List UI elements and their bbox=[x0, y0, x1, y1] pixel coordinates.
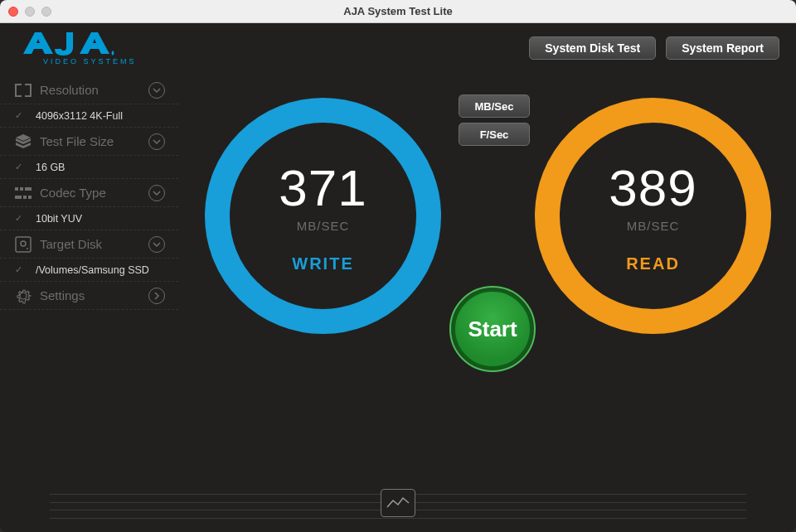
sidebar-value-filesize: ✓16 GB bbox=[0, 156, 178, 179]
start-label: Start bbox=[468, 317, 517, 342]
write-value: 371 bbox=[279, 158, 366, 217]
sidebar: Resolution ✓4096x3112 4K-Full Test File … bbox=[0, 73, 178, 474]
sidebar-item-codec[interactable]: Codec Type bbox=[0, 179, 178, 207]
graph-icon bbox=[386, 496, 410, 510]
sidebar-value-disk: ✓/Volumes/Samsung SSD bbox=[0, 259, 178, 282]
svg-rect-6 bbox=[16, 237, 31, 252]
sidebar-label: Test File Size bbox=[40, 134, 114, 148]
gear-icon bbox=[15, 288, 32, 304]
read-value: 389 bbox=[609, 158, 696, 217]
aja-logo-icon bbox=[17, 31, 141, 59]
sidebar-label: Target Disk bbox=[40, 237, 102, 251]
system-report-button[interactable]: System Report bbox=[666, 36, 779, 60]
svg-point-7 bbox=[21, 241, 26, 246]
svg-rect-5 bbox=[28, 196, 32, 199]
sidebar-label: Settings bbox=[40, 288, 85, 302]
system-disk-test-button[interactable]: System Disk Test bbox=[529, 36, 656, 60]
stack-icon bbox=[15, 133, 32, 150]
read-unit: MB/SEC bbox=[627, 219, 680, 233]
app-window: AJA System Test Lite VIDEO SYSTEMS Syste… bbox=[0, 0, 796, 532]
sidebar-item-disk[interactable]: Target Disk bbox=[0, 230, 178, 259]
check-icon: ✓ bbox=[15, 162, 22, 172]
chevron-right-icon bbox=[148, 288, 165, 304]
chevron-down-icon bbox=[148, 236, 165, 253]
top-buttons: System Disk Test System Report bbox=[529, 36, 779, 60]
sidebar-value-codec: ✓10bit YUV bbox=[0, 207, 178, 230]
aja-logo: VIDEO SYSTEMS bbox=[17, 31, 141, 65]
resolution-icon bbox=[15, 82, 32, 99]
start-button[interactable]: Start bbox=[452, 288, 533, 370]
unit-fsec-button[interactable]: F/Sec bbox=[459, 123, 530, 146]
svg-rect-2 bbox=[25, 187, 32, 191]
read-label: READ bbox=[626, 254, 680, 273]
write-unit: MB/SEC bbox=[297, 219, 350, 233]
titlebar: AJA System Test Lite bbox=[0, 0, 796, 23]
write-gauge-center: 371 MB/SEC WRITE bbox=[205, 98, 441, 334]
check-icon: ✓ bbox=[15, 264, 22, 275]
codec-icon bbox=[15, 185, 32, 201]
svg-rect-0 bbox=[15, 187, 18, 191]
sidebar-label: Codec Type bbox=[40, 186, 106, 200]
sidebar-value-resolution: ✓4096x3112 4K-Full bbox=[0, 104, 178, 128]
chevron-down-icon bbox=[148, 185, 165, 201]
sidebar-item-filesize[interactable]: Test File Size bbox=[0, 128, 178, 156]
write-label: WRITE bbox=[292, 254, 353, 273]
read-gauge-center: 389 MB/SEC READ bbox=[535, 98, 771, 334]
check-icon: ✓ bbox=[15, 213, 22, 224]
body: Resolution ✓4096x3112 4K-Full Test File … bbox=[0, 73, 796, 474]
svg-rect-4 bbox=[23, 196, 27, 199]
unit-toggle: MB/Sec F/Sec bbox=[459, 94, 530, 146]
check-icon: ✓ bbox=[15, 110, 22, 121]
sidebar-label: Resolution bbox=[40, 83, 99, 97]
svg-rect-1 bbox=[20, 187, 23, 191]
disk-icon bbox=[15, 236, 32, 253]
svg-rect-3 bbox=[15, 196, 22, 199]
sidebar-item-resolution[interactable]: Resolution bbox=[0, 76, 178, 104]
sidebar-item-settings[interactable]: Settings bbox=[0, 282, 178, 310]
read-gauge: 389 MB/SEC READ bbox=[535, 98, 771, 334]
bottom-strip bbox=[0, 474, 796, 532]
main-panel: MB/Sec F/Sec 371 MB/SEC WRITE 389 MB/SEC… bbox=[178, 73, 796, 474]
chevron-down-icon bbox=[148, 82, 165, 99]
chevron-down-icon bbox=[148, 133, 165, 150]
logo-subtitle: VIDEO SYSTEMS bbox=[43, 57, 141, 65]
write-gauge: 371 MB/SEC WRITE bbox=[205, 98, 441, 334]
topbar: VIDEO SYSTEMS System Disk Test System Re… bbox=[0, 23, 796, 73]
svg-point-8 bbox=[27, 248, 28, 249]
graph-toggle-button[interactable] bbox=[381, 489, 415, 517]
unit-mbsec-button[interactable]: MB/Sec bbox=[459, 94, 530, 118]
window-title: AJA System Test Lite bbox=[0, 5, 796, 17]
